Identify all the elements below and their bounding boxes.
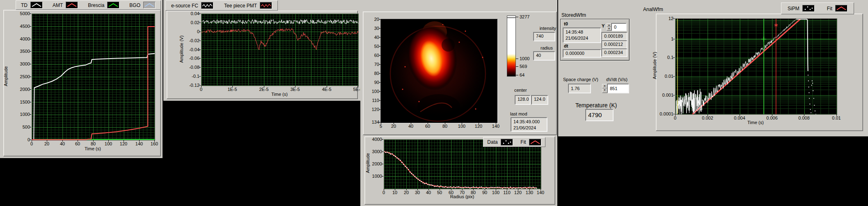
- tick-label: 2500: [15, 74, 30, 79]
- legend-swatch-caret-icon[interactable]: [529, 139, 541, 146]
- y-index-up-arrow[interactable]: ▲: [607, 23, 611, 27]
- tick-label: -0.04: [185, 47, 199, 52]
- tick-label: 1000: [15, 112, 30, 117]
- tick-label: 60: [418, 124, 437, 129]
- tick-mark: [804, 114, 804, 116]
- tick-label: 60: [364, 53, 379, 58]
- tick-mark: [327, 86, 327, 87]
- tick-label: 160: [144, 141, 164, 146]
- tick-mark: [199, 67, 201, 68]
- esource-legend: e-source FCTee piece PMT: [165, 0, 278, 11]
- tick-mark: [451, 189, 451, 190]
- anal-chart-plot[interactable]: *: [675, 18, 837, 115]
- anal-legend: SiPMFit: [781, 2, 854, 14]
- radius-value: 40: [534, 52, 555, 60]
- tick-label: 3E-5: [285, 87, 305, 92]
- tick-label: 120: [364, 107, 379, 112]
- legend-swatch-zigzag-icon[interactable]: [201, 2, 213, 9]
- last-mod-label: last mod: [510, 111, 539, 116]
- dvdt-value[interactable]: 851: [607, 84, 629, 93]
- td-legend: TDAMTBresciaBGO: [16, 0, 161, 10]
- intensity-value: 740: [534, 32, 555, 41]
- tick-mark: [30, 14, 31, 14]
- dvdt-spinner[interactable]: ▲▼: [602, 84, 607, 93]
- tick-mark: [382, 176, 383, 177]
- esource-chart-plot[interactable]: [201, 14, 359, 86]
- tick-mark: [384, 189, 384, 190]
- center-label: center: [514, 88, 539, 93]
- colorbar-tick-mark: [516, 17, 518, 17]
- tick-mark: [199, 76, 201, 77]
- colorbar-tick-mark: [516, 66, 518, 67]
- tick-label: 3000: [15, 61, 30, 66]
- tick-mark: [507, 189, 507, 190]
- tick-mark: [30, 89, 31, 90]
- tick-label: -0.06: [185, 56, 199, 61]
- tick-mark: [673, 114, 675, 114]
- legend-item-e-source-fc[interactable]: e-source FC: [171, 2, 213, 9]
- legend-item-bgo[interactable]: BGO: [129, 2, 156, 9]
- legend-item-fit[interactable]: Fit: [827, 5, 847, 12]
- temperature-label: Temperature (K): [575, 102, 625, 109]
- tick-mark: [30, 102, 31, 102]
- tick-mark: [673, 39, 675, 39]
- legend-swatch-caret-icon[interactable]: [835, 5, 847, 12]
- legend-swatch-caret-icon[interactable]: [107, 2, 119, 9]
- tick-label: 40: [364, 35, 379, 40]
- tick-mark: [379, 91, 380, 92]
- tick-mark: [295, 86, 295, 87]
- intensity-label: intensity: [527, 26, 556, 31]
- tick-mark: [47, 140, 47, 142]
- y-index-down-arrow[interactable]: ▼: [607, 27, 611, 31]
- legend-item-td[interactable]: TD: [21, 2, 43, 9]
- legend-swatch-caret-icon[interactable]: [66, 2, 78, 9]
- colorbar-tick-label: 1000: [520, 56, 529, 61]
- legend-swatch-dots-icon[interactable]: [501, 139, 513, 146]
- td-strip-chart: 0204060801001201401600500100015002000250…: [3, 10, 161, 156]
- esource-chart-canvas: [202, 14, 358, 86]
- esource-x-axis-label: Time (s): [263, 92, 296, 97]
- y-index-spinner[interactable]: ▲▼: [607, 23, 611, 31]
- tick-mark: [199, 41, 201, 41]
- colorbar-gradient: [507, 16, 516, 77]
- legend-swatch-dots-icon[interactable]: [802, 5, 815, 12]
- legend-swatch-caret-icon[interactable]: [30, 2, 43, 9]
- dt-label: dt: [564, 43, 568, 48]
- radial-chart-canvas: [384, 140, 541, 189]
- legend-swatch-zigzag-icon[interactable]: [260, 2, 272, 9]
- anal-x-axis-label: Time (s): [739, 120, 772, 125]
- legend-swatch-caret-icon[interactable]: [143, 2, 156, 9]
- legend-label: Fit: [827, 6, 832, 11]
- colorbar-tick-mark: [516, 75, 518, 75]
- legend-item-brescia[interactable]: Brescia: [88, 2, 119, 9]
- legend-label: AMT: [53, 2, 63, 8]
- dt-value: 0.000000: [563, 50, 601, 57]
- tick-label: 0: [185, 29, 199, 34]
- tick-mark: [379, 100, 380, 101]
- temperature-value: 4790: [586, 109, 613, 121]
- tick-mark: [540, 189, 541, 190]
- dvdt-down-arrow[interactable]: ▼: [602, 88, 607, 93]
- tick-mark: [264, 86, 264, 87]
- tick-mark: [108, 140, 109, 142]
- legend-item-sipm[interactable]: SiPM: [788, 5, 815, 12]
- tick-label: 20: [364, 17, 379, 22]
- radial-legend: DataFit: [483, 137, 545, 147]
- tick-mark: [30, 51, 31, 52]
- legend-item-amt[interactable]: AMT: [53, 2, 78, 9]
- dvdt-up-arrow[interactable]: ▲: [602, 84, 607, 88]
- colorbar-tick-label: 569: [520, 64, 527, 69]
- y-index-value[interactable]: 0: [611, 23, 626, 31]
- tick-mark: [394, 122, 394, 124]
- legend-item-data[interactable]: Data: [487, 139, 513, 146]
- legend-item-tee-piece-pmt[interactable]: Tee piece PMT: [224, 2, 272, 9]
- tick-mark: [479, 122, 479, 124]
- legend-item-fit[interactable]: Fit: [520, 139, 541, 146]
- td-chart-plot[interactable]: [32, 14, 155, 140]
- tick-mark: [379, 109, 380, 110]
- wfm-value-0: 0.000189: [602, 32, 627, 40]
- tick-mark: [673, 95, 675, 95]
- tick-mark: [32, 140, 32, 142]
- tick-mark: [379, 82, 380, 83]
- legend-label: Brescia: [88, 2, 104, 8]
